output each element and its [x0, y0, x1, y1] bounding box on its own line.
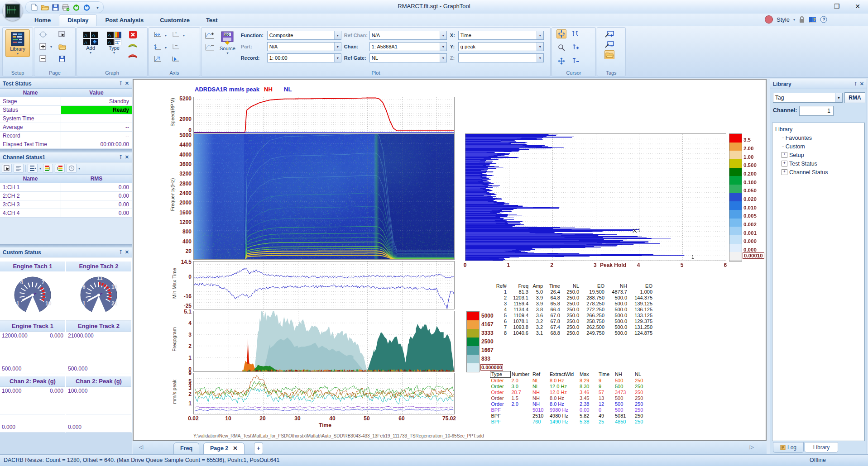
table-row[interactable]: 1:CH 10.00: [0, 183, 132, 192]
spectrogram-chart[interactable]: [193, 133, 455, 260]
graph-add-button[interactable]: Add▾: [81, 30, 101, 60]
application-menu-button[interactable]: [3, 1, 23, 21]
table-row[interactable]: System Time: [0, 114, 132, 123]
dropdown-caret-icon[interactable]: ▾: [537, 54, 543, 62]
zoom-icon[interactable]: [556, 43, 566, 52]
dropdown-caret-icon[interactable]: ▾: [440, 31, 446, 39]
help-icon[interactable]: ?: [820, 16, 827, 23]
axis-x-icon[interactable]: [153, 30, 163, 39]
limits-left-icon[interactable]: [55, 164, 65, 173]
page-add-icon[interactable]: [38, 42, 48, 51]
tree-item-custom[interactable]: ··Custom: [773, 142, 863, 151]
library-button[interactable]: Library ▾: [5, 29, 30, 57]
plot-field-select[interactable]: 1: A5868A1▾: [369, 42, 447, 51]
cursor-crosshair-icon[interactable]: [556, 29, 566, 38]
help-book-icon[interactable]: ?: [809, 16, 816, 23]
close-tab-icon[interactable]: ✕: [233, 445, 237, 452]
speed-chart[interactable]: [193, 97, 455, 134]
plot-add-trace-icon[interactable]: [204, 31, 214, 40]
axis-y-caret-icon[interactable]: ▾: [165, 46, 170, 54]
plot-remove-trace-icon[interactable]: [204, 43, 214, 52]
style-color-icon[interactable]: [765, 15, 773, 24]
cursor-remove-icon[interactable]: [571, 57, 581, 66]
page-tab-page-2[interactable]: Page 2✕: [203, 442, 245, 454]
dropdown-caret-icon[interactable]: ▾: [537, 31, 543, 39]
dropdown-caret-icon[interactable]: ▾: [440, 43, 446, 51]
tab-log[interactable]: Log: [773, 442, 804, 453]
tag-folder-icon[interactable]: [604, 50, 614, 59]
axis-xy-icon[interactable]: [153, 54, 163, 63]
axis-x-caret-icon[interactable]: ▾: [165, 33, 170, 42]
clock-caret-icon[interactable]: ▾: [78, 166, 80, 171]
page-fit-icon[interactable]: [38, 30, 48, 39]
ribbon-tab-display[interactable]: Display: [59, 14, 97, 26]
dropdown-caret-icon[interactable]: ▾: [334, 54, 341, 62]
plot-field-select[interactable]: Composite▾: [267, 31, 341, 40]
table-row[interactable]: Average--: [0, 123, 132, 132]
axis-zoom-in-icon[interactable]: +: [171, 30, 181, 39]
style-caret-icon[interactable]: ▾: [793, 18, 795, 22]
plot-field-select[interactable]: 1: 00:00▾: [267, 53, 341, 62]
tree-item-setup[interactable]: +Setup: [773, 151, 863, 159]
plot-field-select[interactable]: N/A▾: [267, 42, 341, 51]
table-row[interactable]: StatusReady: [0, 106, 132, 114]
maximize-button[interactable]: ❒: [826, 0, 847, 13]
page-save-icon[interactable]: [57, 54, 67, 63]
plot-field-select[interactable]: N/A▾: [369, 31, 447, 40]
tag-dropdown[interactable]: Tag ▾: [773, 93, 843, 103]
tab-scroll-right-icon[interactable]: ▷: [750, 444, 754, 450]
graph-delete-icon[interactable]: [128, 30, 138, 39]
add-page-tab-button[interactable]: +: [254, 442, 263, 454]
ribbon-tab-customize[interactable]: Customize: [152, 15, 198, 26]
source-button[interactable]: 500 Source▾: [217, 29, 238, 64]
page-tab-freq[interactable]: Freq: [173, 442, 199, 454]
plot-field-select[interactable]: ▾: [458, 53, 544, 62]
peak-hold-chart[interactable]: [465, 133, 726, 261]
panel-splitter[interactable]: [0, 149, 132, 152]
pin-icon[interactable]: ⊺: [120, 81, 122, 86]
tree-item-test-status[interactable]: +Test Status: [773, 159, 863, 168]
pin-icon[interactable]: ⊺: [120, 154, 122, 160]
dropdown-caret-icon[interactable]: ▾: [440, 54, 446, 62]
close-button[interactable]: ✕: [847, 0, 868, 13]
clock-icon[interactable]: [67, 164, 77, 173]
graph-type-button[interactable]: T. Type▾: [104, 30, 124, 60]
tree-item-library[interactable]: Library: [773, 125, 863, 133]
close-panel-icon[interactable]: ✕: [125, 249, 129, 255]
axis-autoscale-icon[interactable]: [171, 54, 181, 63]
minimize-button[interactable]: —: [806, 0, 826, 13]
page-remove-icon[interactable]: [38, 54, 48, 63]
page-open-icon[interactable]: [57, 42, 67, 51]
table-row[interactable]: Record--: [0, 132, 132, 140]
style-button[interactable]: Style: [777, 16, 790, 23]
lock-icon[interactable]: [799, 16, 805, 23]
channel-tree-caret-icon[interactable]: ▾: [39, 166, 41, 171]
mms-peak-chart[interactable]: [193, 373, 455, 414]
min-max-chart[interactable]: [193, 261, 455, 309]
graph-band-icon[interactable]: [128, 40, 138, 49]
limits-right-icon[interactable]: [43, 164, 53, 173]
table-row[interactable]: 4:CH 40.00: [0, 209, 132, 218]
table-row[interactable]: 3:CH 30.00: [0, 200, 132, 209]
cursor-add-icon[interactable]: [571, 43, 581, 52]
ribbon-tab-test[interactable]: Test: [198, 15, 226, 26]
tag-remove-icon[interactable]: [604, 40, 614, 49]
tab-scroll-left-icon[interactable]: ◁: [139, 444, 143, 450]
plot-field-select[interactable]: Time▾: [458, 31, 544, 40]
page-select-icon[interactable]: [57, 30, 67, 39]
ribbon-tab-post-analysis[interactable]: Post Analysis: [97, 15, 152, 26]
ribbon-tab-home[interactable]: Home: [26, 15, 59, 26]
pin-icon[interactable]: ⊺: [854, 81, 857, 87]
freqogram-chart[interactable]: [193, 311, 455, 372]
graph-band-red-icon[interactable]: [128, 51, 138, 60]
dropdown-caret-icon[interactable]: ▾: [537, 43, 543, 51]
channel-align-icon[interactable]: [14, 164, 24, 173]
close-panel-icon[interactable]: ✕: [860, 81, 864, 87]
pin-icon[interactable]: ⊺: [120, 249, 122, 255]
plot-field-select[interactable]: NL▾: [369, 53, 447, 62]
close-panel-icon[interactable]: ✕: [125, 81, 129, 86]
rma-button[interactable]: RMA: [844, 92, 865, 103]
dropdown-caret-icon[interactable]: ▾: [334, 31, 341, 39]
panel-splitter[interactable]: [0, 244, 132, 247]
tag-dropdown-caret-icon[interactable]: ▾: [835, 93, 842, 102]
